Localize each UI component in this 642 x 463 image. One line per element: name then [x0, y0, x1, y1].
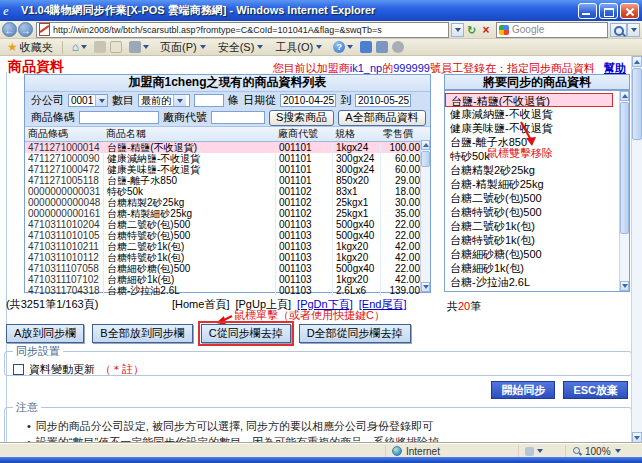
cell-vendor: 001101: [275, 142, 332, 153]
table-row[interactable]: 0000000000031特砂50k00110283x118.00: [25, 186, 430, 197]
favorites-button[interactable]: ★ 收藏夹: [4, 39, 56, 56]
search-products-button[interactable]: S搜索商品: [269, 110, 334, 126]
table-row[interactable]: 4710311010204台糖二號砂(包)500001103500gx4022.…: [25, 219, 430, 230]
search-button[interactable]: [610, 23, 627, 37]
date-from-input[interactable]: 2010-04-25: [280, 94, 336, 107]
print-button[interactable]: [126, 40, 152, 54]
table-row[interactable]: 4710311704318台糖-沙拉油2.6L0011032.6Lx6139.0…: [25, 285, 430, 296]
back-button[interactable]: ←: [2, 22, 17, 37]
search-dropdown-button[interactable]: [627, 23, 640, 37]
count-select[interactable]: 最前的: [138, 94, 190, 107]
cell-price: 22.00: [380, 219, 422, 230]
cell-spec: 1kgx20: [332, 252, 380, 263]
date-to-input[interactable]: 2010-05-25: [355, 94, 411, 107]
sync-scroll-down-icon[interactable]: [620, 281, 629, 291]
cell-vendor: 001103: [275, 274, 332, 285]
address-dropdown-button[interactable]: [451, 23, 464, 37]
sync-list-scrollbar[interactable]: [619, 91, 629, 291]
esc-cancel-button[interactable]: ESC放棄: [563, 381, 628, 399]
stop-icon[interactable]: ×: [479, 23, 493, 37]
sync-list-item[interactable]: 台糖二號砂(包)500: [445, 191, 618, 205]
minimize-button[interactable]: [578, 3, 597, 19]
help-button[interactable]: ?: [330, 40, 356, 54]
cell-name: 台糖特號砂(包)500: [103, 230, 275, 241]
data-update-checkbox[interactable]: [13, 364, 24, 375]
table-row[interactable]: 4711271000090健康減納鹽-不收退貨001101300gx2460.0…: [25, 153, 430, 164]
mail-icon[interactable]: [110, 41, 122, 53]
feeds-icon[interactable]: [94, 41, 106, 53]
page-scrollbar-thumb[interactable]: [632, 68, 642, 140]
table-row[interactable]: 4711271005118台鹽-離子水850001101850x2029.00: [25, 175, 430, 186]
page-scroll-down-icon[interactable]: [632, 432, 642, 443]
vendor-input[interactable]: [211, 111, 265, 124]
menu-tools[interactable]: 工具(O): [271, 39, 326, 56]
sync-list-item[interactable]: 台糖特號砂(包)500: [445, 205, 618, 219]
refresh-icon[interactable]: ↻: [464, 23, 479, 37]
sync-list-item[interactable]: 台糖特號砂1k(包): [445, 233, 618, 247]
table-scroll-down-icon[interactable]: [421, 282, 430, 292]
sync-list-item[interactable]: 台糖-沙拉油2.6L: [445, 275, 618, 289]
remove-annotation: 鼠標雙擊移除: [487, 146, 553, 161]
messenger-icon[interactable]: [360, 41, 372, 53]
count-label: 數目: [112, 93, 134, 108]
table-row[interactable]: 4711271000472健康美味鹽-不收退貨001101300gx2460.0…: [25, 164, 430, 175]
home-button[interactable]: ⌂: [69, 39, 90, 55]
table-row[interactable]: 0000000000161台糖-精製細砂25kg00110225kgx135.0…: [25, 208, 430, 219]
gear-icon[interactable]: [392, 41, 404, 53]
all-products-button[interactable]: A全部商品資料: [338, 110, 425, 126]
sync-list-item[interactable]: 台糖-精製細砂25kg: [445, 177, 618, 191]
search-input[interactable]: Google: [496, 22, 608, 38]
forward-button[interactable]: →: [18, 22, 33, 37]
cell-name: 台糖精製2砂25kg: [103, 197, 275, 208]
cell-barcode: 0000000000031: [25, 186, 103, 197]
search-provider-label: Google: [512, 24, 544, 35]
table-row[interactable]: 4710311010105台糖特號砂(包)500001103500gx4022.…: [25, 230, 430, 241]
sync-list-item[interactable]: 台鹽-精鹽(不收退貨): [445, 93, 613, 107]
cell-price: 42.00: [380, 241, 422, 252]
table-row[interactable]: 4711271000014台鹽-精鹽(不收退貨)0011011kgx24100.…: [25, 142, 430, 153]
column-header: 零售價: [380, 127, 422, 141]
column-header: 廠商代號: [275, 127, 332, 141]
protected-mode-button[interactable]: [519, 445, 566, 457]
action-button-c[interactable]: C從同步欄去掉: [201, 324, 291, 343]
page-scrollbar[interactable]: [631, 56, 642, 443]
page-scroll-up-icon[interactable]: [632, 56, 642, 67]
sync-list-item[interactable]: 台糖二號砂1k(包): [445, 219, 618, 233]
barcode-input[interactable]: [79, 111, 159, 124]
sync-total: 共20筆: [447, 299, 481, 314]
table-row[interactable]: 4710311107058台糖細砂糖(包)500001103500gx4022.…: [25, 263, 430, 274]
cell-name: 台鹽-離子水850: [103, 175, 275, 186]
table-row[interactable]: 4710311010211台糖二號砂1k(包)0011031kgx2042.00: [25, 241, 430, 252]
sync-list-item[interactable]: 台糖精製2砂25kg: [445, 163, 618, 177]
sync-scroll-up-icon[interactable]: [620, 91, 629, 101]
branch-select[interactable]: 0001: [68, 94, 108, 107]
taskbar-strip[interactable]: [0, 457, 642, 463]
help-link[interactable]: 幫助: [604, 62, 626, 74]
action-button-a[interactable]: A放到同步欄: [6, 324, 84, 343]
menu-safety[interactable]: 安全(S): [214, 39, 268, 56]
start-sync-button[interactable]: 開始同步: [491, 381, 555, 399]
menu-page[interactable]: 页面(P): [156, 39, 210, 56]
sync-list-item[interactable]: 台糖細砂1k(包): [445, 261, 618, 275]
table-scrollbar-thumb[interactable]: [421, 151, 430, 167]
print-icon: [129, 41, 141, 53]
sync-list-item[interactable]: 健康減納鹽-不收退貨: [445, 107, 618, 121]
count-input[interactable]: [194, 94, 224, 107]
table-row[interactable]: 4710311107102台糖細砂1k(包)0011031kgx2042.00: [25, 274, 430, 285]
zoom-button[interactable]: 100%: [566, 445, 642, 457]
table-row[interactable]: 4710311010112台糖特號砂1k(包)0011031kgx2042.00: [25, 252, 430, 263]
sync-list-item[interactable]: 台糖細砂糖(包)500: [445, 247, 618, 261]
close-button[interactable]: [620, 3, 639, 19]
cell-vendor: 001102: [275, 197, 332, 208]
action-button-b[interactable]: B全部放到同步欄: [92, 324, 192, 343]
table-scroll-up-icon[interactable]: [421, 140, 430, 150]
window-title: V1.04購物網同步作業[X-POS 雲端商務網] - Windows Inte…: [21, 3, 578, 18]
action-button-d[interactable]: D全部從同步欄去掉: [299, 324, 411, 343]
table-row[interactable]: 0000000000048台糖精製2砂25kg00110225kgx130.00: [25, 197, 430, 208]
research-icon[interactable]: [376, 41, 388, 53]
restore-button[interactable]: [599, 3, 618, 19]
address-input[interactable]: http://win2008/tw/btch/scarsutbl.asp?fro…: [36, 22, 449, 38]
help-icon: ?: [333, 41, 345, 53]
sync-scrollbar-thumb[interactable]: [620, 102, 629, 234]
table-scrollbar[interactable]: [420, 140, 430, 292]
